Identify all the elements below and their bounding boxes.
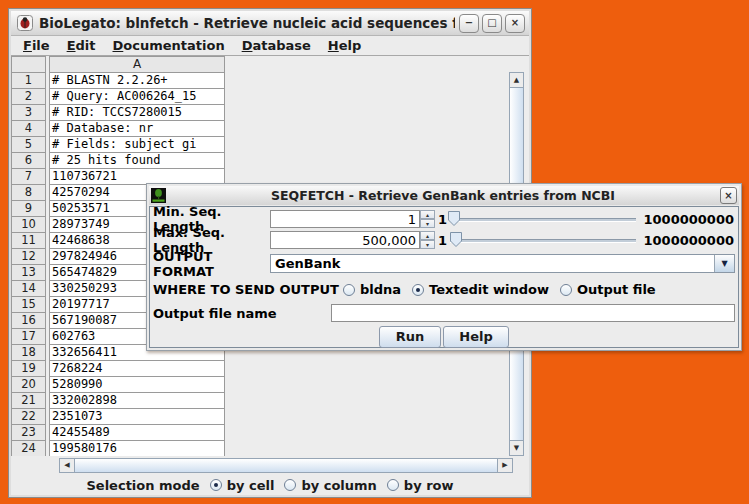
- min-seq-input[interactable]: [270, 210, 420, 228]
- row-header-cell[interactable]: 1: [11, 72, 46, 89]
- output-format-row: OUTPUT FORMAT GenBank ▼: [153, 253, 735, 274]
- row-header-cell[interactable]: 20: [11, 376, 46, 393]
- radio-option-by-row[interactable]: by row: [387, 478, 454, 493]
- where-to-send-label: WHERE TO SEND OUTPUT: [153, 282, 343, 297]
- row-header-cell[interactable]: 10: [11, 216, 46, 233]
- max-seq-slider[interactable]: [448, 231, 638, 249]
- table-cell[interactable]: # RID: TCCS7280015: [49, 104, 225, 121]
- output-file-input[interactable]: [331, 304, 735, 322]
- spinner-down-icon[interactable]: ▾: [420, 219, 435, 228]
- table-cell[interactable]: # Query: AC006264_15: [49, 88, 225, 105]
- max-seq-row: Max. Seq. Length ▴ ▾ 1 1000000000: [153, 230, 735, 250]
- dialog-close-icon[interactable]: ×: [720, 187, 737, 204]
- main-window-titlebar[interactable]: BioLegato: blnfetch - Retrieve nucleic a…: [11, 11, 529, 36]
- minimize-icon[interactable]: −: [459, 14, 479, 33]
- radio-option-bldna[interactable]: bldna: [343, 282, 401, 297]
- menu-documentation[interactable]: Documentation: [113, 38, 225, 53]
- scroll-down-icon[interactable]: ▼: [510, 440, 523, 455]
- dialog-title: SEQFETCH - Retrieve GenBank entries from…: [166, 188, 720, 203]
- table-cell[interactable]: # BLASTN 2.2.26+: [49, 72, 225, 89]
- output-file-label: Output file name: [153, 306, 331, 321]
- table-cell[interactable]: # 25 hits found: [49, 152, 225, 169]
- radio-label: by cell: [227, 478, 275, 493]
- row-header-cell[interactable]: 8: [11, 184, 46, 201]
- menu-help[interactable]: Help: [328, 38, 361, 53]
- selection-mode-label: Selection mode: [86, 478, 199, 493]
- table-corner-cell: [11, 56, 46, 73]
- table-cell[interactable]: 2351073: [49, 408, 225, 425]
- min-seq-slider[interactable]: [448, 210, 638, 228]
- slider-track[interactable]: [450, 239, 636, 243]
- row-header-cell[interactable]: 11: [11, 232, 46, 249]
- row-header-cell[interactable]: 7: [11, 168, 46, 185]
- slider-track[interactable]: [450, 218, 636, 222]
- horizontal-scrollbar[interactable]: ◀ ▶: [59, 458, 513, 473]
- row-header-cell[interactable]: 14: [11, 280, 46, 297]
- maximize-icon[interactable]: □: [482, 14, 502, 33]
- scroll-up-icon[interactable]: ▲: [510, 73, 523, 88]
- row-header-cell[interactable]: 9: [11, 200, 46, 217]
- row-header-cell[interactable]: 18: [11, 344, 46, 361]
- column-header-a[interactable]: A: [49, 56, 225, 73]
- row-header-cell[interactable]: 6: [11, 152, 46, 169]
- row-header-cell[interactable]: 4: [11, 120, 46, 137]
- radio-icon: [387, 479, 399, 491]
- radio-option-by-cell[interactable]: by cell: [210, 478, 275, 493]
- radio-option-output-file[interactable]: Output file: [560, 282, 656, 297]
- row-header-cell[interactable]: 16: [11, 312, 46, 329]
- row-header-cell[interactable]: 22: [11, 408, 46, 425]
- radio-option-by-column[interactable]: by column: [284, 478, 376, 493]
- menu-file[interactable]: File: [23, 38, 50, 53]
- row-header-cell[interactable]: 3: [11, 104, 46, 121]
- table-cell[interactable]: 5280990: [49, 376, 225, 393]
- table-cell[interactable]: # Database: nr: [49, 120, 225, 137]
- desktop-background: BioLegato: blnfetch - Retrieve nucleic a…: [0, 0, 749, 504]
- table-cell[interactable]: 7268224: [49, 360, 225, 377]
- scroll-right-icon[interactable]: ▶: [497, 459, 512, 472]
- slider-thumb-icon[interactable]: [450, 232, 462, 247]
- row-header-cell[interactable]: 24: [11, 440, 46, 456]
- table-cell[interactable]: 42455489: [49, 424, 225, 441]
- table-row: 5# Fields: subject gi: [11, 136, 529, 153]
- row-header-cell[interactable]: 21: [11, 392, 46, 409]
- table-row: 222351073: [11, 408, 529, 425]
- spinner-up-icon[interactable]: ▴: [420, 231, 435, 240]
- row-header-cell[interactable]: 15: [11, 296, 46, 313]
- row-header-cell[interactable]: 23: [11, 424, 46, 441]
- spinner-up-icon[interactable]: ▴: [420, 210, 435, 219]
- slider-max-label: 1000000000: [638, 212, 735, 227]
- window-title: BioLegato: blnfetch - Retrieve nucleic a…: [39, 15, 455, 31]
- run-button[interactable]: Run: [379, 326, 441, 348]
- output-file-row: Output file name: [153, 303, 735, 323]
- close-icon[interactable]: ×: [505, 14, 525, 33]
- slider-thumb-icon[interactable]: [448, 211, 460, 226]
- spinner-down-icon[interactable]: ▾: [420, 240, 435, 249]
- output-format-combobox[interactable]: GenBank ▼: [270, 254, 735, 273]
- radio-option-textedit-window[interactable]: Textedit window: [412, 282, 549, 297]
- table-cell[interactable]: 332002898: [49, 392, 225, 409]
- menu-edit[interactable]: Edit: [67, 38, 96, 53]
- menu-bar: File Edit Documentation Database Help: [11, 36, 529, 56]
- slider-min-label: 1: [438, 233, 447, 248]
- row-header-cell[interactable]: 13: [11, 264, 46, 281]
- window-controls: − □ ×: [459, 14, 525, 33]
- max-seq-input[interactable]: [270, 231, 420, 249]
- table-cell[interactable]: 199580176: [49, 440, 225, 456]
- row-header-cell[interactable]: 12: [11, 248, 46, 265]
- birch-logo-icon: [151, 188, 166, 203]
- row-header-cell[interactable]: 19: [11, 360, 46, 377]
- dialog-titlebar[interactable]: SEQFETCH - Retrieve GenBank entries from…: [149, 186, 739, 205]
- row-header-cell[interactable]: 2: [11, 88, 46, 105]
- horizontal-scrollbar-thumb[interactable]: [75, 459, 497, 472]
- table-row: 24199580176: [11, 440, 529, 456]
- help-button[interactable]: Help: [443, 326, 509, 348]
- radio-icon: [560, 284, 572, 296]
- row-header-cell[interactable]: 5: [11, 136, 46, 153]
- output-format-label: OUTPUT FORMAT: [153, 249, 270, 279]
- menu-database[interactable]: Database: [242, 38, 311, 53]
- table-cell[interactable]: # Fields: subject gi: [49, 136, 225, 153]
- table-row: 2# Query: AC006264_15: [11, 88, 529, 105]
- scroll-left-icon[interactable]: ◀: [60, 459, 75, 472]
- row-header-cell[interactable]: 17: [11, 328, 46, 345]
- chevron-down-icon[interactable]: ▼: [714, 255, 734, 272]
